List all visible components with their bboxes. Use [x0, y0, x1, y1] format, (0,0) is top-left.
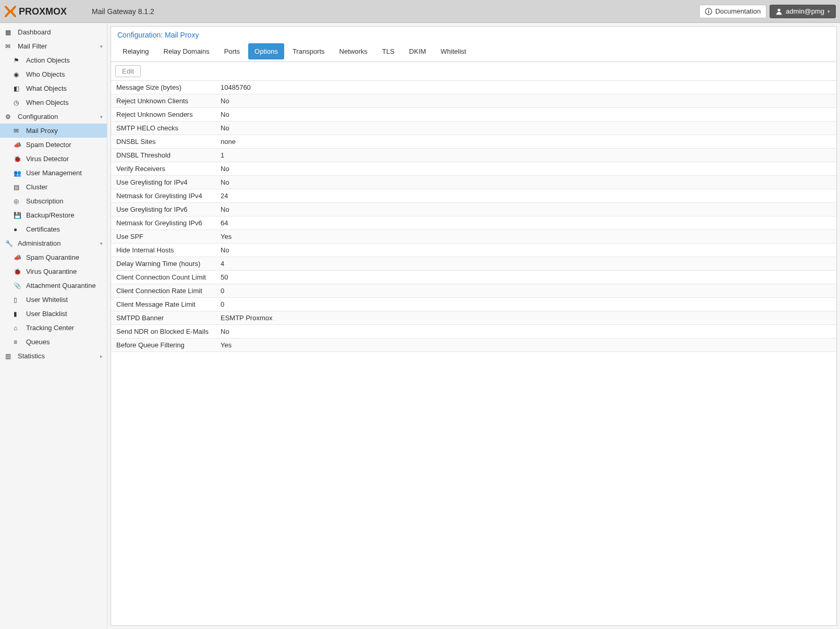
svg-point-4 — [777, 8, 780, 11]
option-key: DNSBL Threshold — [111, 149, 215, 162]
sidebar-item-label: When Objects — [26, 99, 69, 106]
sidebar-item-spam-quarantine[interactable]: 📣Spam Quarantine — [0, 250, 107, 264]
sidebar-item-backup-restore[interactable]: 💾Backup/Restore — [0, 208, 107, 222]
option-row[interactable]: Netmask for Greylisting IPv664 — [111, 216, 836, 230]
option-key: Netmask for Greylisting IPv6 — [111, 216, 215, 229]
option-row[interactable]: Verify ReceiversNo — [111, 162, 836, 176]
users-icon: 👥 — [14, 170, 23, 177]
sidebar-item-label: What Objects — [26, 84, 67, 92]
option-row[interactable]: Message Size (bytes)10485760 — [111, 81, 836, 94]
proxmox-logo: PROXMOX — [4, 5, 88, 18]
sidebar-item-label: User Management — [26, 169, 82, 177]
user-menu-button[interactable]: admin@pmg ▾ — [770, 5, 836, 18]
sidebar-item-spam-detector[interactable]: 📣Spam Detector — [0, 138, 107, 152]
tab-options[interactable]: Options — [248, 43, 284, 59]
tab-tls[interactable]: TLS — [376, 43, 401, 59]
sidebar-item-tracking-center[interactable]: ⌂Tracking Center — [0, 321, 107, 335]
option-key: Before Queue Filtering — [111, 338, 215, 352]
option-key: Delay Warning Time (hours) — [111, 257, 215, 270]
option-row[interactable]: Netmask for Greylisting IPv424 — [111, 189, 836, 203]
sidebar-item-label: Administration — [18, 239, 60, 247]
option-value: 50 — [215, 271, 836, 284]
server-icon: ▤ — [14, 184, 23, 191]
sidebar-item-virus-quarantine[interactable]: 🐞Virus Quarantine — [0, 264, 107, 279]
sidebar-item-when-objects[interactable]: ◷When Objects — [0, 95, 107, 110]
sidebar-item-who-objects[interactable]: ◉Who Objects — [0, 67, 107, 81]
tab-relay-domains[interactable]: Relay Domains — [157, 43, 216, 59]
option-row[interactable]: Before Queue FilteringYes — [111, 338, 836, 352]
sidebar-item-subscription[interactable]: ◎Subscription — [0, 194, 107, 208]
sidebar-item-attachment-quarantine[interactable]: 📎Attachment Quarantine — [0, 279, 107, 293]
edit-button[interactable]: Edit — [115, 65, 141, 77]
option-key: Message Size (bytes) — [111, 81, 215, 94]
breadcrumb: Configuration: Mail Proxy — [111, 27, 836, 41]
option-row[interactable]: DNSBL Threshold1 — [111, 149, 836, 162]
option-key: Reject Unknown Clients — [111, 94, 215, 107]
option-row[interactable]: SMTPD BannerESMTP Proxmox — [111, 311, 836, 325]
sidebar-item-mail-proxy[interactable]: ✉Mail Proxy — [0, 124, 107, 138]
option-value: 0 — [215, 298, 836, 311]
option-row[interactable]: Use Greylisting for IPv6No — [111, 203, 836, 216]
tab-whitelist[interactable]: Whitelist — [434, 43, 472, 59]
option-row[interactable]: Reject Unknown SendersNo — [111, 108, 836, 122]
tab-dkim[interactable]: DKIM — [403, 43, 433, 59]
chevron-right-icon: ▸ — [100, 354, 103, 359]
sidebar-item-dashboard[interactable]: ▦Dashboard — [0, 25, 107, 39]
option-row[interactable]: DNSBL Sitesnone — [111, 135, 836, 149]
option-row[interactable]: Hide Internal HostsNo — [111, 244, 836, 257]
sidebar-item-configuration[interactable]: ⚙Configuration▾ — [0, 110, 107, 124]
sidebar-item-what-objects[interactable]: ◧What Objects — [0, 81, 107, 95]
sidebar-item-label: Mail Filter — [18, 42, 47, 50]
info-icon — [705, 8, 712, 15]
option-row[interactable]: Reject Unknown ClientsNo — [111, 94, 836, 108]
sidebar-item-label: Virus Quarantine — [26, 268, 77, 275]
save-icon: 💾 — [14, 212, 23, 219]
sidebar-item-user-whitelist[interactable]: ▯User Whitelist — [0, 293, 107, 307]
option-row[interactable]: Client Connection Rate Limit0 — [111, 284, 836, 298]
user-circle-icon: ◉ — [14, 71, 23, 78]
sidebar-item-action-objects[interactable]: ⚑Action Objects — [0, 53, 107, 67]
option-row[interactable]: Delay Warning Time (hours)4 — [111, 257, 836, 271]
sidebar-item-user-management[interactable]: 👥User Management — [0, 166, 107, 180]
option-key: Client Connection Count Limit — [111, 271, 215, 284]
option-key: Netmask for Greylisting IPv4 — [111, 189, 215, 202]
bullhorn-icon: 📣 — [14, 141, 23, 149]
option-row[interactable]: Client Message Rate Limit0 — [111, 298, 836, 311]
sidebar-item-label: Attachment Quarantine — [26, 282, 96, 289]
option-row[interactable]: SMTP HELO checksNo — [111, 122, 836, 135]
sidebar-item-user-blacklist[interactable]: ▮User Blacklist — [0, 307, 107, 321]
option-value: 64 — [215, 216, 836, 229]
sidebar-item-label: Certificates — [26, 225, 60, 233]
sidebar-item-administration[interactable]: 🔧Administration▾ — [0, 236, 107, 250]
chevron-down-icon: ▾ — [100, 241, 103, 246]
sidebar-item-label: Mail Proxy — [26, 127, 58, 135]
tab-relaying[interactable]: Relaying — [116, 43, 155, 59]
sidebar-item-label: Subscription — [26, 197, 64, 205]
tab-networks[interactable]: Networks — [333, 43, 374, 59]
tab-transports[interactable]: Transports — [286, 43, 331, 59]
option-row[interactable]: Send NDR on Blocked E-MailsNo — [111, 325, 836, 338]
sidebar-item-label: Tracking Center — [26, 324, 74, 332]
tab-bar: RelayingRelay DomainsPortsOptionsTranspo… — [111, 41, 836, 62]
sidebar-item-statistics[interactable]: ▥Statistics▸ — [0, 349, 107, 363]
tab-ports[interactable]: Ports — [218, 43, 246, 59]
option-key: SMTP HELO checks — [111, 122, 215, 135]
option-value: No — [215, 94, 836, 107]
option-key: Hide Internal Hosts — [111, 244, 215, 257]
documentation-button[interactable]: Documentation — [699, 5, 766, 18]
option-value: 0 — [215, 284, 836, 297]
option-row[interactable]: Use Greylisting for IPv4No — [111, 176, 836, 189]
option-row[interactable]: Client Connection Count Limit50 — [111, 271, 836, 284]
option-key: Use Greylisting for IPv6 — [111, 203, 215, 216]
sidebar-item-label: Spam Quarantine — [26, 253, 79, 261]
option-row[interactable]: Use SPFYes — [111, 230, 836, 244]
option-key: Use SPF — [111, 230, 215, 243]
option-key: Reject Unknown Senders — [111, 108, 215, 121]
user-icon — [775, 8, 783, 15]
sidebar-item-cluster[interactable]: ▤Cluster — [0, 180, 107, 194]
sidebar-item-certificates[interactable]: ●Certificates — [0, 222, 107, 236]
svg-text:PROXMOX: PROXMOX — [19, 6, 67, 17]
sidebar-item-queues[interactable]: ≡Queues — [0, 335, 107, 349]
sidebar-item-mail-filter[interactable]: ✉Mail Filter▾ — [0, 39, 107, 53]
sidebar-item-virus-detector[interactable]: 🐞Virus Detector — [0, 152, 107, 166]
